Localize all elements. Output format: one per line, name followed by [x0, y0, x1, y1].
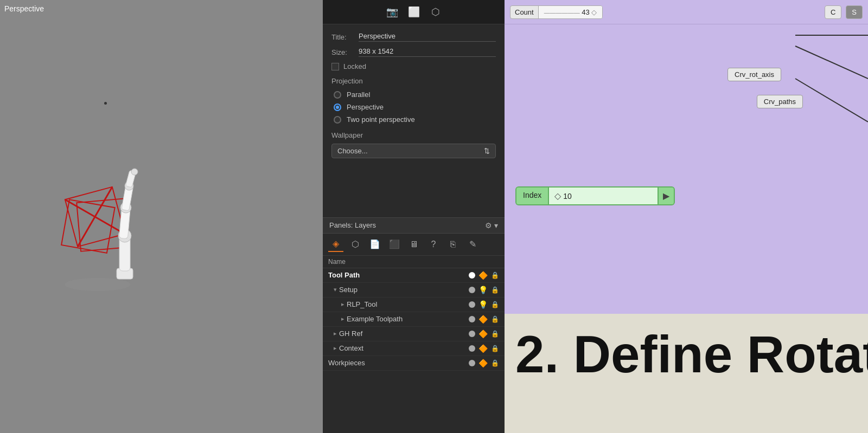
layer-name-toolpath: Tool Path — [328, 271, 469, 279]
layer-bulb-icon[interactable]: 🔶 — [478, 329, 488, 338]
list-item[interactable]: ▸ GH Ref 🔶 🔒 — [323, 327, 505, 341]
list-item[interactable]: ▸ Example Toolpath 🔶 🔒 — [323, 312, 505, 327]
list-item[interactable]: ▾ Setup 💡 🔒 — [323, 283, 505, 298]
help-icon[interactable]: ? — [426, 237, 441, 252]
c-node[interactable]: C — [825, 5, 841, 19]
layer-lock-icon[interactable]: 🔒 — [491, 272, 499, 279]
layer-visibility-dot[interactable] — [469, 287, 475, 293]
layer-visibility-dot[interactable] — [469, 272, 475, 279]
chevron-down-icon: ▾ — [334, 286, 337, 293]
layer-icons-setup: 💡 🔒 — [469, 286, 499, 294]
layer-bulb-icon[interactable]: 🔶 — [478, 271, 488, 280]
svg-point-5 — [65, 278, 130, 291]
wallpaper-section: Wallpaper Choose... ⇅ — [331, 131, 496, 158]
layer-icons-ghref: 🔶 🔒 — [469, 329, 499, 338]
count-label: Count — [510, 6, 539, 18]
layer-lock-icon[interactable]: 🔒 — [491, 315, 499, 323]
new-layer-icon[interactable]: 📄 — [367, 237, 382, 252]
crv-paths-node[interactable]: Crv_paths — [757, 95, 803, 108]
layer-bulb-icon[interactable]: 🔶 — [478, 359, 488, 367]
svg-point-14 — [131, 169, 138, 175]
svg-rect-2 — [61, 199, 114, 253]
size-label: Size: — [331, 48, 359, 56]
svg-line-17 — [795, 79, 868, 122]
radio-perspective[interactable] — [334, 104, 341, 111]
index-label: Index — [516, 188, 549, 204]
chevron-right-icon: ▸ — [334, 345, 337, 352]
viewport-3d[interactable]: Perspective — [0, 0, 323, 433]
s-node[interactable]: S — [846, 5, 863, 19]
layer-icons-example: 🔶 🔒 — [469, 315, 499, 324]
object-properties-icon[interactable]: ⬡ — [348, 237, 363, 252]
layer-lock-icon[interactable]: 🔒 — [491, 330, 499, 338]
copy-icon[interactable]: ⎘ — [445, 237, 461, 252]
count-node[interactable]: Count —————— 43 ◇ — [510, 5, 603, 19]
layer-icons-toolpath: 🔶 🔒 — [469, 271, 499, 280]
chevron-right-icon: ▸ — [341, 301, 344, 308]
projection-radio-group: Parallel Perspective Two point perspecti… — [331, 91, 496, 124]
panels-title: Panels: Layers — [329, 221, 376, 229]
layer-icons-workpieces: 🔶 🔒 — [469, 359, 499, 367]
material-icon[interactable]: ⬛ — [387, 237, 402, 252]
viewport-label: Perspective — [4, 4, 44, 13]
layer-lock-icon[interactable]: 🔒 — [491, 301, 499, 308]
radio-parallel[interactable] — [334, 91, 341, 99]
layer-name-workpieces: Workpieces — [328, 359, 469, 367]
render-icon[interactable]: 🖥 — [406, 237, 422, 252]
chevron-right-icon: ▸ — [341, 315, 344, 322]
layer-bulb-icon[interactable]: 💡 — [478, 286, 488, 294]
svg-line-4 — [65, 187, 125, 247]
layer-bulb-icon[interactable]: 🔶 — [478, 315, 488, 324]
radio-perspective-row[interactable]: Perspective — [334, 103, 496, 111]
layer-visibility-dot[interactable] — [469, 331, 475, 337]
count-slider-track: —————— — [544, 9, 580, 16]
radio-parallel-row[interactable]: Parallel — [334, 91, 496, 99]
layer-lock-icon[interactable]: 🔒 — [491, 359, 499, 367]
radio-twopoint-label: Two point perspective — [347, 115, 415, 124]
panels-layers-header: Panels: Layers ⚙ ▾ — [323, 217, 505, 234]
locked-row[interactable]: Locked — [331, 62, 496, 70]
crv-rot-axis-node[interactable]: Crv_rot_axis — [727, 68, 781, 81]
layers-icon[interactable]: ◈ — [328, 237, 343, 252]
radio-perspective-label: Perspective — [347, 103, 384, 111]
gear-icon[interactable]: ⚙ ▾ — [485, 221, 498, 230]
index-arrow-icon[interactable]: ▶ — [658, 188, 674, 204]
title-value[interactable]: Perspective — [359, 32, 496, 42]
locked-checkbox[interactable] — [331, 63, 339, 70]
size-row: Size: 938 x 1542 — [331, 47, 496, 57]
camera-icon[interactable]: 📷 — [385, 4, 400, 20]
layer-visibility-dot[interactable] — [469, 360, 475, 366]
index-node[interactable]: Index ◇ 10 ▶ — [515, 186, 675, 205]
list-item[interactable]: Tool Path 🔶 🔒 — [323, 268, 505, 283]
radio-twopoint-row[interactable]: Two point perspective — [334, 115, 496, 124]
grasshopper-panel: Count —————— 43 ◇ C S Crv_rot_axis Crv_p… — [505, 0, 868, 433]
layer-bulb-icon[interactable]: 💡 — [478, 300, 488, 309]
wallpaper-dropdown[interactable]: Choose... ⇅ — [331, 144, 496, 158]
svg-line-16 — [795, 46, 868, 79]
grasshopper-mid-area[interactable]: Crv_rot_axis Crv_paths Index ◇ 10 ▶ — [505, 24, 868, 314]
layer-visibility-dot[interactable] — [469, 301, 475, 308]
count-diamond-icon: ◇ — [591, 8, 597, 16]
pen-icon[interactable]: ✎ — [465, 237, 480, 252]
wallpaper-choose-label: Choose... — [337, 147, 368, 155]
layer-name-setup: Setup — [339, 286, 469, 294]
layer-lock-icon[interactable]: 🔒 — [491, 286, 499, 294]
list-item[interactable]: Workpieces 🔶 🔒 — [323, 356, 505, 371]
settings-panel: 📷 ⬜ ⬡ Title: Perspective Size: 938 x 154… — [323, 0, 505, 433]
layer-visibility-dot[interactable] — [469, 345, 475, 352]
layer-visibility-dot[interactable] — [469, 316, 475, 322]
crv-paths-label: Crv_paths — [764, 98, 796, 106]
wallpaper-label: Wallpaper — [331, 131, 496, 139]
index-slider[interactable]: ◇ 10 — [549, 188, 658, 204]
radio-twopoint[interactable] — [334, 116, 341, 124]
list-item[interactable]: ▸ RLP_Tool 💡 🔒 — [323, 298, 505, 312]
locked-label: Locked — [343, 62, 366, 70]
list-item[interactable]: ▸ Context 🔶 🔒 — [323, 341, 505, 356]
display-icon[interactable]: ⬜ — [406, 4, 422, 20]
link-icon[interactable]: ⬡ — [428, 4, 443, 20]
layers-column-header: Name — [323, 256, 505, 268]
index-value: 10 — [563, 192, 572, 201]
size-value: 938 x 1542 — [359, 47, 496, 57]
layer-bulb-icon[interactable]: 🔶 — [478, 344, 488, 353]
layer-lock-icon[interactable]: 🔒 — [491, 345, 499, 352]
